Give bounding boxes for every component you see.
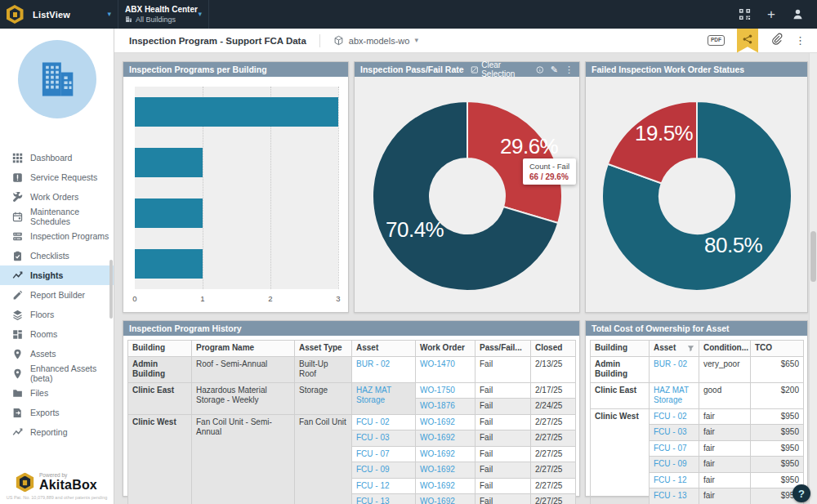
sidebar-item-reporting[interactable]: Reporting — [0, 422, 114, 442]
panel-title: Inspection Program History — [129, 323, 574, 333]
chart-line-icon — [12, 427, 23, 438]
cell: good — [699, 382, 751, 408]
clear-selection-button[interactable]: Clear Selection — [471, 60, 530, 78]
sidebar-item-inspection-programs[interactable]: Inspection Programs — [0, 226, 114, 246]
cell-link[interactable]: FCU - 02 — [352, 414, 416, 430]
sidebar-item-checklists[interactable]: Checklists — [0, 246, 114, 265]
column-header-building[interactable]: Building — [591, 341, 650, 357]
sidebar-item-maintenance-schedules[interactable]: Maintenance Schedules — [0, 207, 114, 226]
sidebar-item-work-orders[interactable]: Work Orders — [0, 187, 114, 207]
bar-0[interactable] — [135, 97, 338, 127]
cell-link[interactable]: FCU - 09 — [650, 457, 699, 473]
donut-chart-wo-status: 19.5% 80.5% — [586, 77, 807, 312]
sidebar-item-insights[interactable]: Insights — [0, 265, 114, 285]
pdf-export-button[interactable]: PDF — [708, 35, 725, 46]
sidebar-nav: DashboardService RequestsWork OrdersMain… — [0, 148, 114, 442]
add-icon[interactable]: + — [767, 7, 775, 21]
cell-link[interactable]: FCU - 07 — [650, 440, 699, 457]
cell-link[interactable]: FCU - 03 — [352, 430, 416, 447]
sidebar-item-assets[interactable]: Assets — [0, 344, 114, 364]
report-title: Inspection Program - Support FCA Data — [129, 36, 306, 46]
column-header-work-order[interactable]: Work Order — [416, 341, 475, 357]
cell-link[interactable]: WO-1692 — [416, 478, 475, 494]
bar-track — [135, 87, 338, 137]
qr-scan-icon[interactable] — [739, 8, 751, 20]
cell-link[interactable]: WO-1692 — [416, 446, 475, 462]
column-header-program-name[interactable]: Program Name — [192, 341, 295, 357]
column-header-asset-type[interactable]: Asset Type — [295, 341, 352, 357]
cell: 2/27/25 — [531, 478, 576, 494]
help-button[interactable]: ? — [792, 484, 810, 502]
organization-selector[interactable]: ABX Health Center All Buildings ▾ — [118, 0, 209, 29]
column-header-asset[interactable]: Asset — [650, 341, 699, 357]
column-header-pass-fail[interactable]: Pass/Fail... — [475, 341, 531, 357]
sidebar-item-dashboard[interactable]: Dashboard — [0, 148, 114, 167]
more-options-icon[interactable]: ⋮ — [565, 65, 574, 74]
cell: Fail — [475, 430, 531, 447]
panel-header: Inspection Programs per Building — [123, 62, 348, 77]
attachment-button[interactable] — [770, 33, 783, 48]
cell-link[interactable]: FCU - 12 — [650, 472, 699, 488]
cell-link[interactable]: FCU - 09 — [352, 462, 416, 479]
cell: Clinic West — [128, 414, 192, 504]
cell-link[interactable]: FCU - 03 — [650, 425, 699, 441]
cell-link[interactable]: WO-1692 — [416, 462, 475, 479]
cell: very_poor — [699, 356, 751, 382]
top-bar: ListView ▾ ABX Health Center All Buildin… — [0, 0, 817, 29]
table-row: Admin BuildingBUR - 02very_poor$650 — [591, 356, 804, 382]
cell-link[interactable]: WO-1692 — [416, 430, 475, 447]
sidebar-item-rooms[interactable]: Rooms — [0, 324, 114, 344]
akitabox-logo-icon[interactable] — [0, 0, 29, 29]
column-header-condition[interactable]: Condition... — [699, 341, 751, 357]
column-header-asset[interactable]: Asset — [352, 341, 416, 357]
column-header-closed[interactable]: Closed — [531, 341, 576, 357]
bar-1[interactable] — [135, 148, 203, 177]
cell-link[interactable]: HAZ MAT Storage — [352, 382, 416, 414]
x-tick: 0 — [132, 294, 136, 303]
sidebar-item-floors[interactable]: Floors — [0, 305, 114, 324]
cell-link[interactable]: BUR - 02 — [650, 356, 699, 382]
dataset-selector[interactable]: abx-models-wo ▾ — [333, 35, 418, 46]
sidebar-item-label: Reporting — [30, 427, 68, 437]
user-profile-icon[interactable] — [792, 8, 804, 20]
sidebar-item-service-requests[interactable]: Service Requests — [0, 167, 114, 187]
cell: $950 — [751, 425, 804, 441]
sidebar-item-exports[interactable]: Exports — [0, 403, 114, 422]
column-header-building[interactable]: Building — [128, 341, 192, 357]
more-options-button[interactable]: ⋮ — [795, 35, 806, 46]
cell-link[interactable]: FCU - 13 — [650, 488, 699, 504]
panel-inspection-history: Inspection Program History BuildingProgr… — [123, 320, 580, 497]
grid-icon — [12, 153, 23, 163]
patent-notice: US Pat. No. 10,079,889 and other patents… — [0, 495, 114, 500]
edit-icon[interactable]: ✎ — [551, 65, 558, 74]
cell-link[interactable]: HAZ MAT Storage — [650, 382, 699, 408]
panel-tco: Total Cost of Ownership for Asset Buildi… — [585, 320, 808, 497]
filter-icon[interactable] — [687, 345, 694, 352]
cell-link[interactable]: FCU - 07 — [352, 446, 416, 462]
cell-link[interactable]: BUR - 02 — [352, 356, 416, 382]
info-icon[interactable] — [536, 65, 544, 74]
cell-link[interactable]: FCU - 13 — [352, 494, 416, 504]
share-button-highlighted[interactable] — [737, 29, 758, 53]
tooltip-value: 66 / 29.6% — [529, 172, 569, 181]
cell-link[interactable]: WO-1876 — [416, 399, 475, 415]
main-scrollbar[interactable] — [809, 53, 817, 504]
sidebar-item-enhanced-assets-beta[interactable]: Enhanced Assets (beta) — [0, 364, 114, 383]
cell-link[interactable]: FCU - 12 — [352, 478, 416, 494]
bar-2[interactable] — [135, 198, 203, 228]
sidebar-item-files[interactable]: Files — [0, 383, 114, 403]
cell-link[interactable]: FCU - 02 — [650, 408, 699, 425]
cell: Clinic East — [128, 382, 192, 414]
scrollbar-thumb[interactable] — [810, 231, 816, 282]
cell-link[interactable]: WO-1750 — [416, 382, 475, 399]
sidebar-scrollbar[interactable] — [109, 260, 113, 319]
sidebar-item-report-builder[interactable]: Report Builder — [0, 285, 114, 305]
bar-3[interactable] — [135, 249, 203, 279]
cell: Fail — [475, 494, 531, 504]
cell: Fail — [475, 478, 531, 494]
column-header-tco[interactable]: TCO — [751, 341, 804, 357]
view-selector[interactable]: ListView ▾ — [29, 0, 118, 29]
cell-link[interactable]: WO-1692 — [416, 494, 475, 504]
cell-link[interactable]: WO-1692 — [416, 414, 475, 430]
cell-link[interactable]: WO-1470 — [416, 356, 475, 382]
